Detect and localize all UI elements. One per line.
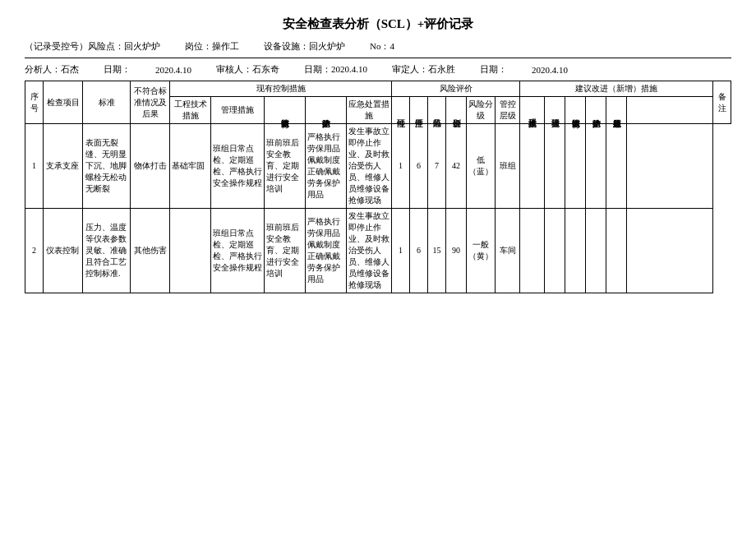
cell-nonconform: 其他伤害 [131, 209, 170, 293]
header-std: 标准 [83, 81, 131, 124]
header-suggestions: 建议改进（新增）措施 [520, 81, 713, 97]
meta-row-1: （记录受控号）风险点：回火炉炉 岗位：操作工 设备设施：回火炉炉 No：4 [25, 40, 731, 53]
header-risk-val: 风险值 [428, 97, 446, 124]
cell-emergency: 发生事故立即停止作业、及时救治受伤人员、维修人员维修设备抢修现场 [347, 209, 392, 293]
cell-mgmt: 班组日常点检、定期巡检、严格执行安全操作规程 [211, 209, 265, 293]
cell-eval-level: 42 [446, 124, 467, 209]
header-personal: 个体防护措施 [306, 97, 347, 124]
cell-train: 班前班后安全教育、定期进行安全培训 [265, 124, 306, 209]
cell-severity: 6 [410, 209, 428, 293]
cell-possible: 1 [392, 124, 410, 209]
cell-mgmt: 班组日常点检、定期巡检、严格执行安全操作规程 [211, 124, 265, 209]
header-emergency: 应急处置措施 [347, 97, 392, 124]
position-label: 岗位：操作工 [185, 40, 239, 53]
header-risk-eval: 风险评价 [392, 81, 520, 97]
main-table: 序号 检查项目 标准 不符合标准情况及后果 现有控制措施 风险评价 建议改进（新… [25, 81, 731, 293]
cell-personal: 严格执行劳保用品佩戴制度正确佩戴劳务保护用品 [306, 124, 347, 209]
cell-remark [627, 124, 713, 209]
cell-eng [170, 209, 211, 293]
header-severity: 严重性 [410, 97, 428, 124]
record-label: （记录受控号）风险点：回火炉炉 [25, 40, 160, 53]
cell-seq: 2 [25, 209, 44, 293]
cell-standard: 表面无裂缝、无明显下沉、地脚螺栓无松动无断裂 [83, 124, 131, 209]
page-title: 安全检查表分析（SCL）+评价记录 [25, 16, 731, 32]
cell-eng: 基础牢固 [170, 124, 211, 209]
header-sug-personal: 个体防护措施 [586, 97, 606, 124]
header-mgmt: 管理措施 [211, 97, 265, 124]
header-possible: 可能性 [392, 97, 410, 124]
analyst-label: 分析人：石杰 [25, 63, 79, 76]
header-check: 检查项目 [44, 81, 83, 124]
header-sug-train: 培训教育措施 [565, 97, 586, 124]
header-risk-grade: 风险分级 [467, 97, 496, 124]
header-control-level: 管控层级 [496, 97, 520, 124]
cell-risk-val: 7 [428, 124, 446, 209]
cell-sug-emergency [606, 124, 627, 209]
cell-nonconform: 物体打击 [131, 124, 170, 209]
header-seq: 序号 [25, 81, 44, 124]
header-remark: 备注 [713, 81, 731, 124]
cell-sug-eng [520, 209, 545, 293]
cell-possible: 1 [392, 209, 410, 293]
reviewer-label: 审核人：石东奇 [216, 63, 279, 76]
cell-sug-mgmt [545, 124, 565, 209]
cell-train: 班前班后安全教育、定期进行安全培训 [265, 209, 306, 293]
cell-check-item: 仪表控制 [44, 209, 83, 293]
cell-emergency: 发生事故立即停止作业、及时救治受伤人员、维修人员维修设备抢修现场 [347, 124, 392, 209]
cell-severity: 6 [410, 124, 428, 209]
cell-seq: 1 [25, 124, 44, 209]
meta-row-2: 分析人：石杰 日期： 2020.4.10 审核人：石东奇 日期：2020.4.1… [25, 63, 731, 76]
header-sug-mgmt: 管理措施 [545, 97, 565, 124]
date1-label: 日期： [104, 63, 131, 76]
cell-sug-train [565, 124, 586, 209]
date1-val: 2020.4.10 [155, 65, 191, 75]
date3-label: 日期： [480, 63, 507, 76]
no-label: No：4 [370, 40, 394, 53]
table-row: 1支承支座表面无裂缝、无明显下沉、地脚螺栓无松动无断裂物体打击基础牢固班组日常点… [25, 124, 731, 209]
header-nonconform: 不符合标准情况及后果 [131, 81, 170, 124]
cell-eval-level: 90 [446, 209, 467, 293]
header-eval-level: 评价级别 [446, 97, 467, 124]
header-sug-eng: 工程技术措施 [520, 97, 545, 124]
header-sug-emergency: 应急处置措施 [606, 97, 627, 124]
table-row: 2仪表控制压力、温度等仪表参数灵敏、准确且符合工艺控制标准.其他伤害班组日常点检… [25, 209, 731, 293]
cell-personal: 严格执行劳保用品佩戴制度正确佩戴劳务保护用品 [306, 209, 347, 293]
cell-standard: 压力、温度等仪表参数灵敏、准确且符合工艺控制标准. [83, 209, 131, 293]
cell-sug-eng [520, 124, 545, 209]
cell-remark [627, 209, 713, 293]
cell-sug-mgmt [545, 209, 565, 293]
date2-label: 日期：2020.4.10 [304, 63, 367, 76]
cell-sug-train [565, 209, 586, 293]
date3-val: 2020.4.10 [532, 65, 568, 75]
cell-risk-grade: 低（蓝） [467, 124, 496, 209]
cell-sug-emergency [606, 209, 627, 293]
cell-check-item: 支承支座 [44, 124, 83, 209]
cell-risk-grade: 一般（黄） [467, 209, 496, 293]
equipment-label: 设备设施：回火炉炉 [264, 40, 345, 53]
cell-sug-personal [586, 124, 606, 209]
cell-control-level: 车间 [496, 209, 520, 293]
header-current-controls: 现有控制措施 [170, 81, 392, 97]
cell-risk-val: 15 [428, 209, 446, 293]
cell-control-level: 班组 [496, 124, 520, 209]
approver-label: 审定人：石永胜 [392, 63, 455, 76]
header-eng: 工程技术措施 [170, 97, 211, 124]
header-train: 培训教育措施 [265, 97, 306, 124]
cell-sug-personal [586, 209, 606, 293]
